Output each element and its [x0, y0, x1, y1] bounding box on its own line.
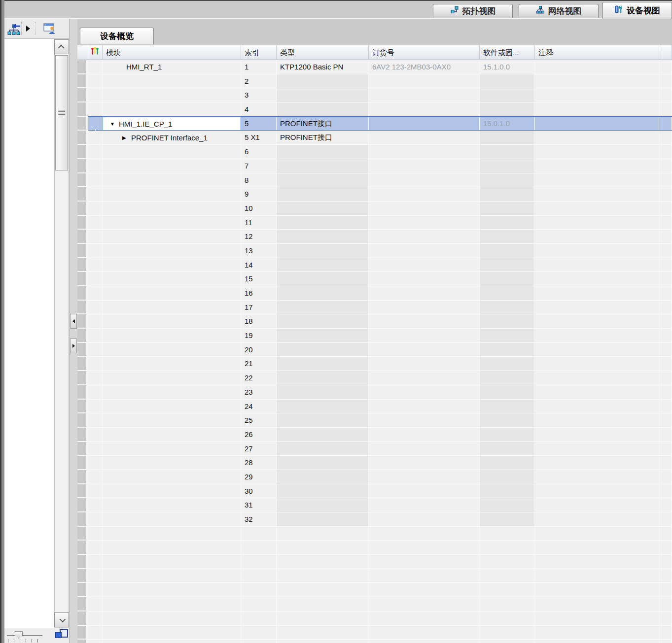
type-cell[interactable]: [277, 456, 369, 470]
order-number-cell[interactable]: [369, 314, 480, 329]
module-cell[interactable]: [103, 88, 241, 102]
row-diagnostics-cell[interactable]: [88, 159, 103, 173]
index-cell[interactable]: [241, 626, 277, 640]
index-cell[interactable]: [241, 527, 277, 541]
order-number-cell[interactable]: [369, 428, 480, 442]
type-cell[interactable]: [277, 159, 369, 173]
firmware-cell[interactable]: [480, 555, 535, 569]
order-number-cell[interactable]: [369, 371, 480, 385]
comment-cell[interactable]: [535, 442, 659, 456]
type-cell[interactable]: [277, 173, 369, 188]
module-cell[interactable]: [103, 301, 241, 315]
type-cell[interactable]: [277, 187, 369, 202]
comment-cell[interactable]: [535, 428, 659, 442]
module-cell[interactable]: [103, 512, 241, 527]
table-row[interactable]: 7: [77, 159, 672, 173]
index-cell[interactable]: 8: [241, 173, 277, 188]
index-cell[interactable]: 16: [241, 286, 277, 301]
order-number-cell[interactable]: 6AV2 123-2MB03-0AX0: [369, 60, 480, 74]
comment-cell[interactable]: [535, 611, 659, 626]
table-row[interactable]: [77, 541, 672, 555]
row-diagnostics-cell[interactable]: [88, 498, 103, 512]
table-row[interactable]: 6: [77, 145, 672, 159]
comment-cell[interactable]: [535, 314, 659, 329]
order-number-cell[interactable]: [369, 484, 480, 499]
module-cell[interactable]: [103, 159, 241, 173]
row-gutter-cell[interactable]: [77, 343, 88, 357]
type-cell[interactable]: [277, 230, 369, 244]
type-cell[interactable]: [277, 314, 369, 329]
table-row[interactable]: 32: [77, 512, 672, 527]
index-cell[interactable]: [241, 555, 277, 569]
row-diagnostics-cell[interactable]: [88, 131, 103, 145]
type-cell[interactable]: [277, 301, 369, 315]
table-row[interactable]: 24: [77, 400, 672, 414]
row-gutter-cell[interactable]: [77, 173, 88, 188]
module-cell[interactable]: [103, 329, 241, 343]
row-diagnostics-cell[interactable]: [88, 400, 103, 414]
firmware-cell[interactable]: [480, 329, 535, 343]
table-row[interactable]: ▶PROFINET Interface_1 5 X1 PROFINET接口: [77, 131, 672, 145]
index-cell[interactable]: [241, 611, 277, 626]
firmware-cell[interactable]: [480, 343, 535, 357]
module-cell[interactable]: [103, 498, 241, 512]
table-row[interactable]: [77, 611, 672, 626]
row-gutter-cell[interactable]: [77, 640, 88, 643]
index-cell[interactable]: 24: [241, 400, 277, 414]
index-cell[interactable]: 28: [241, 456, 277, 470]
index-cell[interactable]: 25: [241, 413, 277, 428]
row-diagnostics-cell[interactable]: [88, 484, 103, 499]
module-cell[interactable]: [103, 216, 241, 230]
table-row[interactable]: 16: [77, 286, 672, 301]
row-diagnostics-cell[interactable]: [88, 512, 103, 527]
module-cell[interactable]: [103, 400, 241, 414]
comment-cell[interactable]: [535, 187, 659, 202]
order-number-cell[interactable]: [369, 216, 480, 230]
tab-device-view[interactable]: 设备视图: [602, 2, 672, 19]
comment-cell[interactable]: [535, 329, 659, 343]
firmware-cell[interactable]: [480, 258, 535, 272]
order-number-cell[interactable]: [369, 329, 480, 343]
type-cell[interactable]: [277, 428, 369, 442]
index-cell[interactable]: 20: [241, 343, 277, 357]
row-gutter-cell[interactable]: [77, 117, 88, 131]
row-gutter-cell[interactable]: [77, 498, 88, 512]
order-number-cell[interactable]: [369, 187, 480, 202]
order-number-cell[interactable]: [369, 244, 480, 258]
network-navigate-icon[interactable]: [7, 23, 21, 37]
comment-cell[interactable]: [535, 102, 659, 117]
scrollbar-thumb[interactable]: [55, 55, 68, 170]
type-cell[interactable]: [277, 484, 369, 499]
row-gutter-cell[interactable]: [77, 413, 88, 428]
type-cell[interactable]: [277, 569, 369, 583]
order-number-cell[interactable]: [369, 512, 480, 527]
column-header-index[interactable]: 索引: [241, 45, 277, 60]
module-cell[interactable]: [103, 244, 241, 258]
order-number-cell[interactable]: [369, 555, 480, 569]
firmware-cell[interactable]: [480, 173, 535, 188]
index-cell[interactable]: 9: [241, 187, 277, 202]
firmware-cell[interactable]: [480, 413, 535, 428]
type-cell[interactable]: [277, 371, 369, 385]
table-row[interactable]: 3: [77, 88, 672, 102]
index-cell[interactable]: 18: [241, 314, 277, 329]
module-cell[interactable]: [103, 272, 241, 286]
table-row[interactable]: 22: [77, 371, 672, 385]
row-gutter-cell[interactable]: [77, 597, 88, 611]
row-diagnostics-cell[interactable]: [88, 456, 103, 470]
row-gutter-cell[interactable]: [77, 611, 88, 626]
row-gutter-cell[interactable]: [77, 569, 88, 583]
type-cell[interactable]: [277, 498, 369, 512]
row-diagnostics-cell[interactable]: [88, 569, 103, 583]
firmware-cell[interactable]: [480, 400, 535, 414]
firmware-cell[interactable]: [480, 102, 535, 117]
type-cell[interactable]: [277, 413, 369, 428]
module-cell[interactable]: [103, 597, 241, 611]
comment-cell[interactable]: [535, 413, 659, 428]
row-gutter-cell[interactable]: [77, 202, 88, 216]
index-cell[interactable]: 19: [241, 329, 277, 343]
order-number-cell[interactable]: [369, 569, 480, 583]
index-cell[interactable]: 7: [241, 159, 277, 173]
row-gutter-cell[interactable]: [77, 583, 88, 597]
index-cell[interactable]: 22: [241, 371, 277, 385]
